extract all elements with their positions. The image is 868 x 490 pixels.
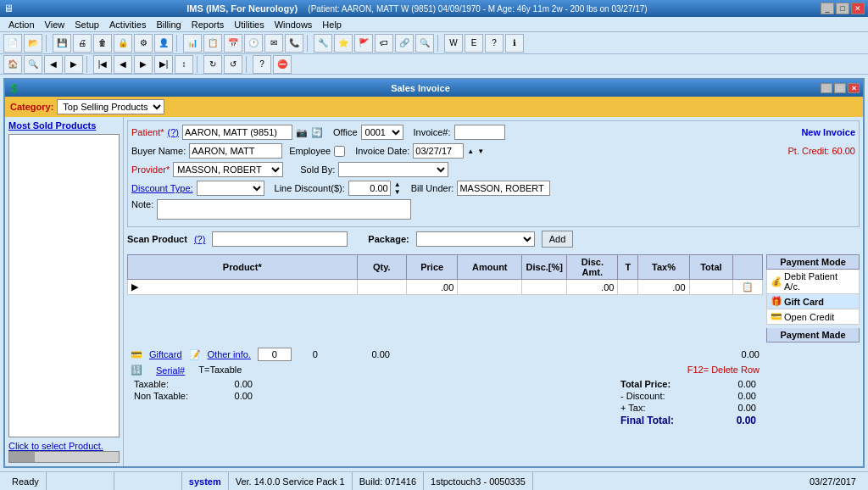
tb-phone[interactable]: 📞 — [285, 34, 303, 53]
spin-down[interactable]: ▼ — [394, 188, 401, 196]
sep2 — [176, 35, 180, 52]
tb-info[interactable]: ℹ — [505, 34, 524, 53]
tb-word[interactable]: W — [444, 34, 463, 53]
discount-type-select[interactable] — [197, 181, 264, 196]
tb2-home[interactable]: 🏠 — [3, 55, 22, 74]
scan-row: Scan Product (?) Package: Add — [127, 231, 860, 248]
tb-help[interactable]: ? — [485, 34, 504, 53]
date-spinner-up[interactable]: ▲ — [467, 148, 474, 155]
tb-new[interactable]: 📄 — [3, 34, 22, 53]
sold-by-select[interactable] — [338, 162, 448, 177]
qty-total-input[interactable] — [258, 348, 292, 361]
close-button[interactable]: ✕ — [851, 3, 865, 14]
tb-star[interactable]: ⭐ — [334, 34, 353, 53]
patient-icon1[interactable]: 📷 — [296, 127, 308, 138]
minimize-button[interactable]: _ — [821, 3, 834, 14]
tb2-back[interactable]: ◀ — [44, 55, 63, 74]
app-icon: 🖥 — [3, 3, 14, 14]
tb-tag[interactable]: 🏷 — [375, 34, 393, 53]
tb2-question[interactable]: ? — [253, 55, 271, 74]
menu-billing[interactable]: Billing — [151, 19, 186, 31]
pt-credit-label: Pt. Credit: 60.00 — [788, 146, 856, 156]
package-select[interactable] — [416, 231, 535, 247]
tb-open[interactable]: 📂 — [24, 34, 42, 53]
tb-excel[interactable]: E — [465, 34, 483, 53]
tb2-nav-last[interactable]: ▶| — [154, 55, 173, 74]
employee-label: Employee — [289, 146, 331, 156]
tb2-stop[interactable]: ⛔ — [273, 55, 292, 74]
tb2-refresh[interactable]: ↻ — [203, 55, 222, 74]
tb-save[interactable]: 💾 — [53, 34, 71, 53]
status-build: Build: 071416 — [353, 472, 424, 490]
invoice-date-input[interactable] — [413, 143, 464, 159]
tb-mail[interactable]: ✉ — [264, 34, 283, 53]
menu-setup[interactable]: Setup — [70, 19, 104, 31]
serial-link[interactable]: Serial# — [156, 365, 185, 376]
note-textarea[interactable] — [157, 199, 411, 220]
row-qty[interactable] — [357, 280, 407, 295]
tb-chart[interactable]: 📊 — [183, 34, 202, 53]
right-panel: Patient* (?) 📷 🔄 Office 0001 Invoice#: N… — [124, 117, 863, 466]
maximize-button[interactable]: □ — [836, 3, 849, 14]
date-spinner-down[interactable]: ▼ — [477, 148, 484, 155]
payment-open-credit[interactable]: 💳 Open Credit — [766, 309, 860, 325]
discount-type-label[interactable]: Discount Type: — [131, 183, 193, 193]
menu-view[interactable]: View — [40, 19, 70, 31]
menu-action[interactable]: Action — [3, 19, 40, 31]
tb-list[interactable]: 📋 — [203, 34, 222, 53]
menu-activities[interactable]: Activities — [104, 19, 151, 31]
tb2-sort[interactable]: ↕ — [175, 55, 193, 74]
app-title: IMS (IMS, For Neurology) (Patient: AARON… — [14, 3, 821, 14]
bill-under-input[interactable] — [457, 181, 550, 196]
provider-select[interactable]: MASSON, ROBERT — [173, 162, 283, 177]
scan-input[interactable] — [212, 231, 348, 247]
horizontal-scrollbar[interactable] — [8, 451, 120, 463]
add-button[interactable]: Add — [542, 231, 574, 248]
tb-user[interactable]: 👤 — [154, 34, 173, 53]
office-select[interactable]: 0001 — [361, 125, 403, 140]
tb-delete[interactable]: 🗑 — [93, 34, 112, 53]
tb2-nav-next[interactable]: ▶ — [134, 55, 153, 74]
tb2-nav-prev[interactable]: ◀ — [114, 55, 132, 74]
tb2-search2[interactable]: 🔍 — [24, 55, 42, 74]
other-info-link[interactable]: Other info. — [208, 349, 251, 359]
tb-print[interactable]: 🖨 — [73, 34, 92, 53]
employee-checkbox[interactable] — [334, 146, 345, 157]
payment-gift-card[interactable]: 🎁 Gift Card — [766, 294, 860, 309]
tb2-forward[interactable]: ▶ — [64, 55, 83, 74]
tb-clock[interactable]: 🕐 — [244, 34, 263, 53]
menu-help[interactable]: Help — [317, 19, 347, 31]
qty-input[interactable] — [361, 282, 387, 292]
row-btn[interactable]: 📋 — [733, 280, 763, 295]
spin-up[interactable]: ▲ — [394, 181, 401, 188]
line-discount-input[interactable] — [348, 181, 391, 196]
invoice-minimize-btn[interactable]: _ — [821, 83, 832, 93]
invoice-maximize-btn[interactable]: □ — [834, 83, 846, 93]
tb-lock[interactable]: 🔒 — [114, 34, 132, 53]
menu-windows[interactable]: Windows — [270, 19, 318, 31]
invoice-close-btn[interactable]: ✕ — [848, 83, 860, 93]
tb-search[interactable]: 🔍 — [415, 34, 434, 53]
tb-link[interactable]: 🔗 — [395, 34, 414, 53]
other-info-icon: 📝 — [189, 349, 201, 360]
patient-input[interactable] — [182, 125, 292, 140]
giftcard-link[interactable]: Giftcard — [149, 349, 182, 359]
invoice-date-label: Invoice Date: — [355, 146, 409, 156]
tb-tools[interactable]: 🔧 — [314, 34, 332, 53]
payment-debit[interactable]: 💰 Debit Patient A/c. — [766, 270, 860, 294]
tb-flag[interactable]: 🚩 — [354, 34, 373, 53]
product-list[interactable] — [8, 134, 120, 437]
tb2-refresh2[interactable]: ↺ — [224, 55, 242, 74]
tb2-nav-first[interactable]: |◀ — [93, 55, 112, 74]
tb-calendar[interactable]: 📅 — [224, 34, 242, 53]
click-to-select[interactable]: Click to select Product. — [8, 441, 120, 451]
patient-icon2[interactable]: 🔄 — [311, 127, 323, 138]
category-select[interactable]: Top Selling Products — [57, 99, 164, 114]
buyer-input[interactable] — [189, 143, 282, 159]
invoice-num-input[interactable] — [454, 125, 505, 140]
menu-reports[interactable]: Reports — [186, 19, 230, 31]
status-version: Ver. 14.0.0 Service Pack 1 — [229, 472, 353, 490]
product-table: Product* Qty. Price Amount Disc.[%] Disc… — [127, 254, 763, 295]
menu-utilities[interactable]: Utilities — [229, 19, 269, 31]
tb-settings[interactable]: ⚙ — [134, 34, 153, 53]
